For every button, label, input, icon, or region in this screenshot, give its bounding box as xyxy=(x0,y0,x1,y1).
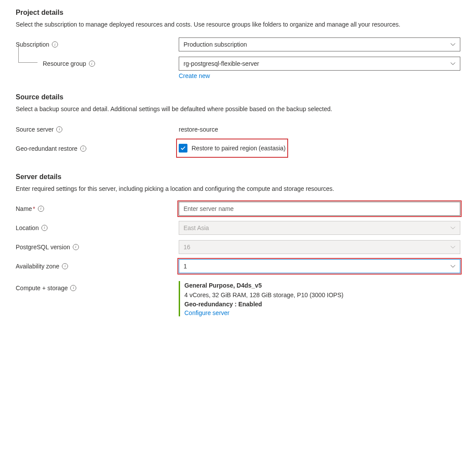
compute-specs: 4 vCores, 32 GiB RAM, 128 GiB storage, P… xyxy=(184,291,460,300)
source-details-heading: Source details xyxy=(16,93,460,101)
info-icon[interactable]: i xyxy=(41,225,48,231)
project-details-description: Select the subscription to manage deploy… xyxy=(16,20,460,29)
info-icon[interactable]: i xyxy=(62,263,68,269)
checkbox-checked-icon xyxy=(179,144,187,153)
compute-tier: General Purpose, D4ds_v5 xyxy=(184,281,460,291)
create-new-link[interactable]: Create new xyxy=(179,72,210,79)
geo-restore-checkbox-label: Restore to paired region (eastasia) xyxy=(192,145,286,152)
geo-redundant-restore-label: Geo-redundant restore i xyxy=(16,142,179,156)
configure-server-link[interactable]: Configure server xyxy=(184,309,230,316)
server-details-description: Enter required settings for this server,… xyxy=(16,184,460,193)
chevron-down-icon xyxy=(450,225,456,231)
chevron-down-icon xyxy=(450,61,456,66)
resource-group-dropdown[interactable]: rg-postgresql-flexible-server xyxy=(179,57,460,71)
compute-storage-label: Compute + storage i xyxy=(16,281,179,295)
info-icon[interactable]: i xyxy=(38,206,44,212)
subscription-label: Subscription i xyxy=(16,37,179,51)
info-icon[interactable]: i xyxy=(89,61,95,67)
tree-connector-icon xyxy=(18,44,37,63)
server-name-input[interactable] xyxy=(179,202,460,216)
info-icon[interactable]: i xyxy=(52,41,58,47)
location-dropdown: East Asia xyxy=(179,221,460,235)
postgresql-version-label: PostgreSQL version i xyxy=(16,240,179,254)
geo-restore-checkbox-row[interactable]: Restore to paired region (eastasia) xyxy=(179,141,286,155)
compute-geo-redundancy: Geo-redundancy : Enabled xyxy=(184,300,460,309)
project-details-heading: Project details xyxy=(16,9,460,17)
source-details-description: Select a backup source and detail. Addit… xyxy=(16,105,460,113)
resource-group-label: Resource group i xyxy=(16,57,179,71)
chevron-down-icon xyxy=(450,264,456,269)
source-server-value: restore-source xyxy=(179,122,460,136)
compute-storage-summary: General Purpose, D4ds_v5 4 vCores, 32 Gi… xyxy=(179,281,460,316)
chevron-down-icon xyxy=(450,42,456,47)
info-icon[interactable]: i xyxy=(70,285,76,291)
server-details-heading: Server details xyxy=(16,173,460,181)
postgresql-version-dropdown: 16 xyxy=(179,240,460,254)
availability-zone-label: Availability zone i xyxy=(16,259,179,273)
info-icon[interactable]: i xyxy=(73,244,79,250)
availability-zone-dropdown[interactable]: 1 xyxy=(179,259,460,273)
chevron-down-icon xyxy=(450,244,456,250)
subscription-dropdown[interactable]: Production subscription xyxy=(179,37,460,51)
location-label: Location i xyxy=(16,221,179,235)
server-name-label: Name* i xyxy=(16,202,179,216)
source-server-label: Source server i xyxy=(16,122,179,136)
info-icon[interactable]: i xyxy=(80,146,86,152)
info-icon[interactable]: i xyxy=(56,126,62,132)
